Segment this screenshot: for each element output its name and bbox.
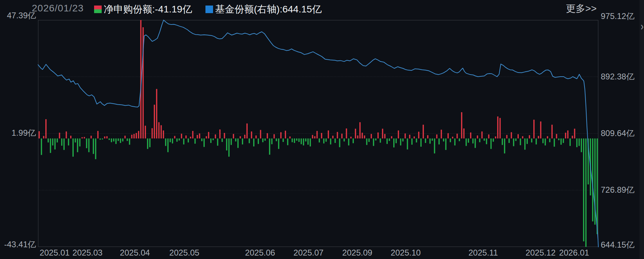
right-axis-tick-label: 726.89亿 [601,185,634,195]
net-subscription-bar [185,135,187,138]
collapse-chevron-icon[interactable]: ❯ [640,24,644,29]
net-subscription-bar [343,138,345,142]
net-subscription-bar [450,138,451,142]
net-subscription-bar [475,138,476,148]
net-subscription-bar [520,138,521,145]
net-subscription-bar [165,138,166,146]
net-subscription-bar [377,133,379,138]
net-subscription-bar [251,132,252,138]
net-subscription-bar [316,131,318,138]
net-subscription-bar [558,138,560,140]
net-subscription-bar [391,136,393,138]
net-subscription-bar [540,122,542,138]
net-subscription-bar [341,134,343,138]
net-subscription-bar [61,138,63,146]
net-subscription-bar [423,125,424,138]
net-subscription-bar [508,138,510,143]
net-subscription-bar [486,138,487,144]
net-subscription-bar [213,138,214,140]
net-subscription-bar [337,132,338,138]
net-subscription-bar [201,138,203,141]
net-subscription-bar [206,136,207,138]
net-subscription-bar [380,138,381,143]
net-subscription-bar [430,138,431,144]
net-subscription-bar [533,120,535,138]
net-subscription-bar [411,138,413,145]
net-subscription-bar [258,138,259,144]
net-subscription-bar [224,133,225,138]
x-axis-tick-label: 2025.03 [63,248,112,258]
net-subscription-bar [515,138,517,141]
net-subscription-bar [149,138,151,147]
net-subscription-bar [145,126,146,138]
net-subscription-bar [348,138,349,145]
net-subscription-bar [314,136,315,138]
net-subscription-bar [466,138,467,146]
net-subscription-bar [448,133,449,138]
net-subscription-bar [563,138,564,143]
net-subscription-bar [570,138,571,146]
net-subscription-bar [382,129,383,138]
net-subscription-bar [95,138,96,159]
net-subscription-bar [41,138,42,155]
fund-share-chart-page: 2026/01/23 净申购份额:-41.19亿 基金份额(右轴):644.15… [0,0,644,259]
net-subscription-bar [138,131,139,138]
net-subscription-bar [389,138,390,141]
net-subscription-bar [63,138,65,150]
net-subscription-bar [131,135,132,138]
net-subscription-bar [334,138,336,143]
net-subscription-bar [262,138,264,142]
net-subscription-bar [396,138,397,143]
net-subscription-bar [50,138,51,153]
net-subscription-bar [441,130,442,138]
net-subscription-bar [183,138,185,144]
net-subscription-bar [554,138,555,147]
net-subscription-bar [375,138,377,141]
net-subscription-bar [511,132,512,138]
net-subscription-bar [565,133,567,138]
net-subscription-bar [425,138,426,143]
left-axis-tick-label: 1.99亿 [0,128,36,138]
net-subscription-bar [484,138,485,141]
net-subscription-bar [226,138,228,151]
net-subscription-bar [256,135,257,138]
net-subscription-bar [136,133,137,138]
net-subscription-bar [513,138,514,146]
net-subscription-bar [547,136,548,138]
net-subscription-bar [350,137,352,138]
net-subscription-bar [194,138,196,144]
net-subscription-bar [470,133,471,138]
net-subscription-bar [93,138,94,154]
x-axis-tick-label: 2025.04 [111,248,159,258]
net-subscription-bar [368,138,370,142]
net-subscription-bar [418,132,420,138]
net-subscription-bar [52,138,54,145]
net-subscription-bar [260,130,261,138]
net-subscription-bar [219,130,221,138]
net-subscription-bar [285,131,286,138]
net-subscription-bar [167,138,169,152]
net-subscription-bar [292,138,293,142]
net-subscription-bar [303,138,304,145]
net-subscription-bar [506,135,508,138]
net-subscription-bar [517,134,519,138]
chart-canvas[interactable] [0,0,644,259]
net-subscription-bar [481,132,483,138]
net-subscription-bar [283,138,284,142]
net-subscription-bar [79,138,81,146]
net-subscription-bar [305,138,306,142]
net-subscription-bar [91,136,92,138]
net-subscription-bar [321,133,322,138]
net-subscription-bar [386,138,388,144]
net-subscription-bar [579,138,580,146]
net-subscription-bar [197,135,198,138]
net-subscription-bar [97,131,99,138]
net-subscription-bar [54,138,56,150]
net-subscription-bar [237,138,239,148]
net-subscription-bar [104,136,105,138]
net-subscription-bar [188,138,189,143]
net-subscription-bar [181,134,182,138]
net-subscription-bar [109,138,110,140]
net-subscription-bar [77,138,79,152]
right-edge-strip [640,0,644,259]
